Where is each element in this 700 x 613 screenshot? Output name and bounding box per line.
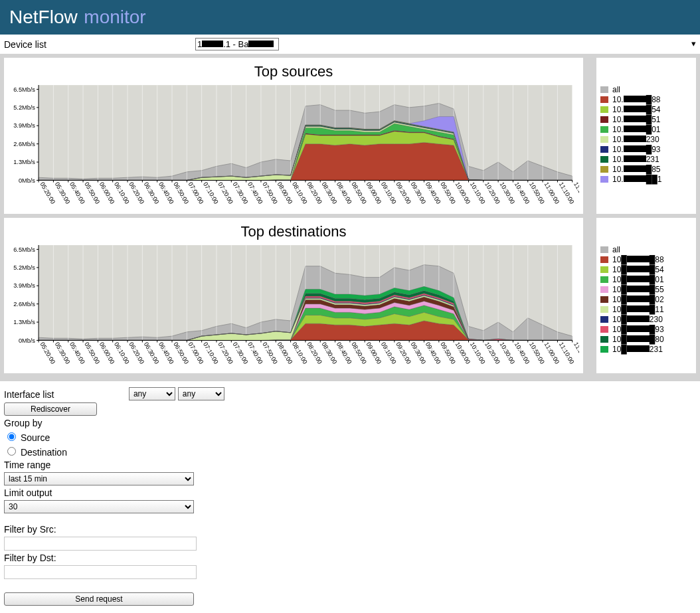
legend-item: 10.█85 — [600, 165, 692, 174]
top-sources-chart: Top sources 0Mb/s1.3Mb/s2.6Mb/s3.9Mb/s5.… — [4, 58, 583, 214]
group-by-destination-option[interactable]: Destination — [4, 447, 67, 458]
svg-text:2.6Mb/s: 2.6Mb/s — [13, 301, 35, 307]
legend-item: 10██02 — [600, 295, 692, 304]
group-by-source-option[interactable]: Source — [4, 432, 50, 443]
legend-item: 10.█51 — [600, 115, 692, 124]
app-header: NetFlow monitor — [0, 0, 700, 35]
filter-src-input[interactable] — [4, 537, 197, 551]
rediscover-button[interactable]: Rediscover — [4, 402, 97, 416]
controls-panel: Interface list any any Rediscover Group … — [0, 381, 700, 612]
svg-text:6.5Mb/s: 6.5Mb/s — [13, 246, 35, 252]
legend-item: 10██11 — [600, 305, 692, 314]
chevron-down-icon: ▾ — [691, 39, 696, 48]
legend-item: 10.█88 — [600, 95, 692, 104]
legend-item: 10██93 — [600, 325, 692, 334]
interface-list-label: Interface list — [4, 389, 126, 400]
top-destinations-chart: Top destinations 0Mb/s1.3Mb/s2.6Mb/s3.9M… — [4, 218, 583, 374]
group-by-destination-radio[interactable] — [7, 447, 16, 456]
svg-text:1.3Mb/s: 1.3Mb/s — [13, 159, 35, 165]
interface-select-2[interactable]: any — [178, 387, 224, 400]
legend-item: 10.231 — [600, 155, 692, 164]
svg-text:1.3Mb/s: 1.3Mb/s — [13, 319, 35, 325]
charts-zone: Top sources 0Mb/s1.3Mb/s2.6Mb/s3.9Mb/s5.… — [0, 54, 700, 381]
legend-sources: all 10.█88 10.█54 10.█51 10.█01 — [596, 58, 696, 214]
legend-item: 10█231 — [600, 345, 692, 354]
chart-title-destinations: Top destinations — [8, 223, 579, 240]
group-by-source-radio[interactable] — [7, 432, 16, 441]
chart-title-sources: Top sources — [8, 63, 579, 80]
interface-select-1[interactable]: any — [129, 387, 175, 400]
filter-dst-label: Filter by Dst: — [4, 553, 696, 563]
time-range-label: Time range — [4, 460, 696, 470]
legend-item: 10.██1 — [600, 175, 692, 184]
legend-item: all — [600, 85, 692, 94]
limit-output-label: Limit output — [4, 487, 696, 498]
device-list-select[interactable]: 1.1 - Ba ▾ — [195, 38, 279, 50]
svg-text:0Mb/s: 0Mb/s — [19, 177, 35, 184]
legend-item: 10.█93 — [600, 145, 692, 154]
legend-item: 10██55 — [600, 285, 692, 294]
legend-item: all — [600, 245, 692, 254]
legend-item: 10.█54 — [600, 105, 692, 114]
svg-text:2.6Mb/s: 2.6Mb/s — [13, 141, 35, 147]
legend-item: 10██01 — [600, 275, 692, 284]
legend-item: 10██54 — [600, 265, 692, 274]
svg-text:5.2Mb/s: 5.2Mb/s — [13, 264, 35, 271]
limit-output-select[interactable]: 30 — [4, 500, 194, 513]
time-range-select[interactable]: last 15 min — [4, 472, 194, 485]
filter-src-label: Filter by Src: — [4, 524, 696, 535]
legend-item: 10█230 — [600, 315, 692, 324]
svg-text:5.2Mb/s: 5.2Mb/s — [13, 104, 35, 111]
svg-text:3.9Mb/s: 3.9Mb/s — [13, 123, 35, 130]
device-bar: Device list 1.1 - Ba ▾ — [0, 35, 700, 54]
legend-item: 10.230 — [600, 135, 692, 144]
svg-text:0Mb/s: 0Mb/s — [19, 337, 35, 343]
app-title: NetFlow — [9, 7, 78, 27]
device-list-label: Device list — [4, 39, 126, 50]
group-by-label: Group by — [4, 418, 696, 428]
send-request-button[interactable]: Send request — [4, 592, 194, 606]
chart-canvas-sources: 0Mb/s1.3Mb/s2.6Mb/s3.9Mb/s5.2Mb/s6.5Mb/s… — [8, 82, 579, 211]
legend-item: 10██88 — [600, 255, 692, 264]
app-subtitle: monitor — [84, 7, 145, 27]
chart-canvas-destinations: 0Mb/s1.3Mb/s2.6Mb/s3.9Mb/s5.2Mb/s6.5Mb/s… — [8, 242, 579, 371]
legend-destinations: all 10██88 10██54 10██01 10██55 — [596, 218, 696, 374]
filter-dst-input[interactable] — [4, 565, 197, 579]
svg-text:6.5Mb/s: 6.5Mb/s — [13, 86, 35, 93]
legend-item: 10.█01 — [600, 125, 692, 134]
legend-item: 10██80 — [600, 335, 692, 344]
svg-text:3.9Mb/s: 3.9Mb/s — [13, 282, 35, 289]
